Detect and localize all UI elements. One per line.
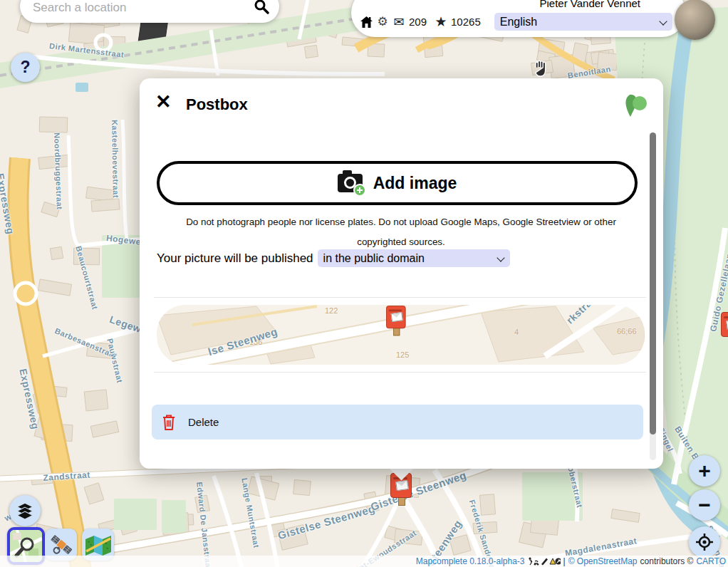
attribution-bar: Mapcomplete 0.18.0-alpha-3 | © OpenStree…	[0, 556, 728, 567]
add-image-button[interactable]: Add image	[157, 161, 638, 205]
language-select[interactable]: English	[494, 13, 672, 31]
zoom-out-label: −	[698, 493, 711, 517]
location-minimap[interactable]: 122136125466;66lse Steenwegrkstraat	[157, 305, 645, 365]
crosshair-icon	[695, 533, 714, 551]
user-avatar[interactable]	[675, 0, 715, 40]
language-select-wrap: English	[494, 13, 672, 31]
messages-envelope-icon[interactable]: ✉	[392, 16, 405, 28]
username: Pieter Vander Vennet	[540, 0, 641, 9]
geolocate-button[interactable]	[689, 526, 720, 558]
star-icon: ★	[435, 16, 447, 28]
hand-cursor-icon	[531, 58, 550, 78]
mapcomplete-app: Dirk MartensstraatNoordbruggestraatKaste…	[0, 0, 728, 567]
popup-title: Postbox	[186, 95, 248, 114]
license-prefix: Your picture will be published	[157, 251, 313, 266]
delete-label: Delete	[188, 416, 219, 428]
star-count[interactable]: 10265	[451, 16, 481, 28]
attribution-contributors: contributors ©	[640, 556, 694, 566]
license-select-wrap: in the public domain	[318, 249, 510, 267]
camera-plus-icon	[338, 174, 363, 192]
carto-link[interactable]: CARTO	[696, 556, 726, 566]
satellite-icon	[49, 533, 73, 557]
delete-button[interactable]: Delete	[152, 405, 643, 439]
mapcomplete-version-link[interactable]: Mapcomplete 0.18.0-alpha-3	[416, 556, 525, 566]
postbox-marker-edge[interactable]	[721, 312, 728, 345]
search-input[interactable]	[31, 0, 248, 16]
settings-gear-icon[interactable]: ⚙	[376, 16, 389, 28]
minimap-postbox-marker[interactable]	[386, 306, 406, 335]
user-menu-bar: Pieter Vander Vennet ⚙ ✉ 209 ★ 10265 Eng…	[351, 0, 686, 37]
zoom-in-button[interactable]: +	[689, 455, 720, 487]
modal-scrollbar-thumb[interactable]	[650, 132, 656, 435]
zoom-out-button[interactable]: −	[689, 489, 720, 521]
osm-link[interactable]: © OpenStreetMap	[568, 556, 638, 566]
trash-icon	[162, 414, 176, 431]
help-label: ?	[20, 58, 30, 77]
folded-map-icon	[85, 534, 112, 556]
feature-popup: ✕ Postbox Add image Do not photograph pe…	[140, 78, 663, 469]
attribution-icons	[528, 557, 561, 566]
search-bar	[20, 0, 279, 23]
home-icon[interactable]	[360, 16, 373, 28]
search-icon[interactable]	[254, 0, 269, 14]
help-button[interactable]: ?	[11, 53, 40, 82]
layers-button[interactable]	[9, 495, 41, 526]
close-icon[interactable]: ✕	[155, 93, 172, 112]
attribution-separator: |	[563, 556, 566, 566]
divider	[154, 297, 646, 298]
layers-icon	[16, 501, 34, 520]
message-count[interactable]: 209	[409, 16, 427, 28]
divider	[154, 372, 646, 373]
mapcomplete-logo-icon	[623, 94, 648, 118]
license-row: Your picture will be published in the pu…	[157, 249, 510, 267]
image-disclaimer: Do not photograph people nor license pla…	[167, 212, 635, 252]
zoom-in-label: +	[698, 459, 711, 483]
add-image-label: Add image	[373, 174, 457, 193]
license-select[interactable]: in the public domain	[318, 249, 510, 267]
